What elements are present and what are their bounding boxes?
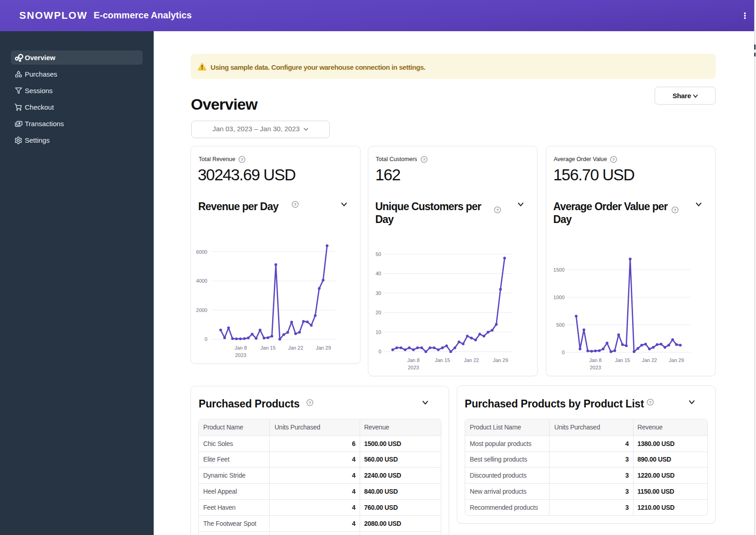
svg-text:0: 0 — [562, 350, 565, 355]
svg-text:0: 0 — [378, 349, 381, 354]
svg-text:2023: 2023 — [235, 352, 246, 358]
svg-text:10: 10 — [376, 329, 381, 335]
svg-text:Jan 29: Jan 29 — [493, 357, 508, 363]
svg-text:?: ? — [674, 207, 677, 212]
svg-text:?: ? — [294, 202, 297, 207]
svg-text:2023: 2023 — [590, 365, 601, 370]
svg-text:30: 30 — [376, 290, 381, 296]
svg-text:Jan 15: Jan 15 — [435, 357, 450, 363]
svg-text:?: ? — [649, 400, 652, 405]
svg-text:Jan 29: Jan 29 — [669, 357, 684, 363]
svg-text:500: 500 — [556, 322, 564, 328]
svg-text:Jan 15: Jan 15 — [261, 345, 276, 351]
svg-text:2000: 2000 — [196, 307, 207, 313]
svg-text:?: ? — [309, 400, 311, 405]
svg-text:Jan 22: Jan 22 — [464, 357, 479, 363]
svg-text:0: 0 — [205, 336, 207, 342]
svg-text:Jan 22: Jan 22 — [288, 345, 303, 351]
svg-text:?: ? — [241, 157, 244, 162]
svg-text:Jan 29: Jan 29 — [316, 345, 331, 351]
svg-text:Jan 22: Jan 22 — [642, 357, 657, 363]
svg-text:Jan 15: Jan 15 — [615, 357, 630, 363]
svg-text:6000: 6000 — [196, 249, 207, 255]
svg-text:Jan 8: Jan 8 — [234, 345, 247, 351]
svg-text:1500: 1500 — [553, 267, 564, 273]
svg-text:?: ? — [423, 157, 426, 162]
svg-text:?: ? — [496, 207, 499, 212]
svg-text:Jan 8: Jan 8 — [589, 357, 602, 363]
svg-text:20: 20 — [376, 310, 381, 315]
svg-text:2023: 2023 — [408, 365, 419, 370]
svg-text:Jan 8: Jan 8 — [407, 357, 420, 363]
svg-text:4000: 4000 — [196, 278, 207, 284]
svg-text:50: 50 — [376, 251, 381, 257]
svg-text:1000: 1000 — [553, 295, 564, 300]
svg-text:?: ? — [612, 157, 615, 162]
svg-text:40: 40 — [376, 271, 381, 276]
